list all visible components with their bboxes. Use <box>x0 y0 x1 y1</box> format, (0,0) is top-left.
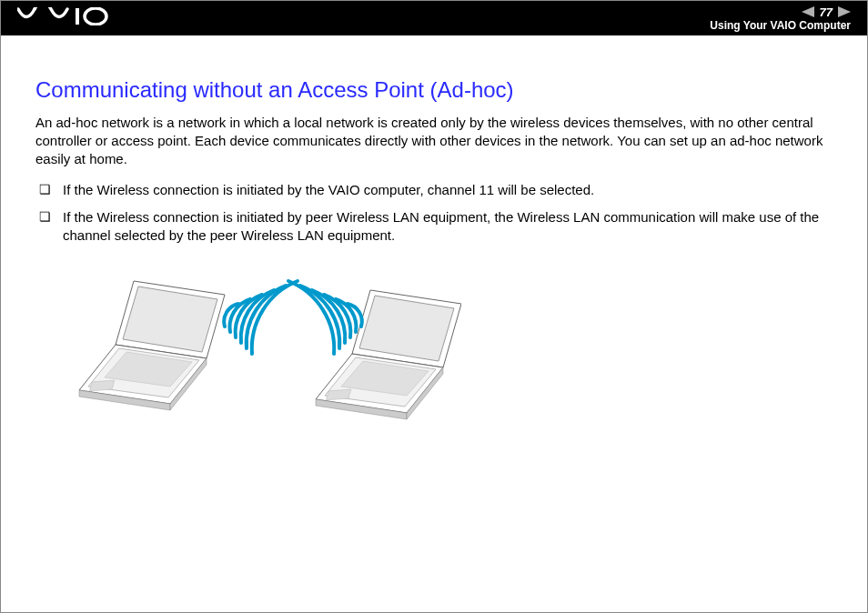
prev-page-arrow-icon[interactable] <box>802 6 814 17</box>
wifi-waves-left-icon <box>224 281 298 354</box>
page-navigator: 77 <box>802 5 851 19</box>
document-page: 77 Using Your VAIO Computer Communicatin… <box>0 0 868 613</box>
next-page-arrow-icon[interactable] <box>838 6 851 17</box>
page-number: 77 <box>820 5 833 19</box>
page-title: Communicating without an Access Point (A… <box>35 77 833 103</box>
adhoc-illustration <box>35 254 833 430</box>
svg-point-1 <box>85 8 106 25</box>
list-item: If the Wireless connection is initiated … <box>35 208 833 245</box>
header-bar: 77 Using Your VAIO Computer <box>1 1 867 35</box>
section-title: Using Your VAIO Computer <box>710 19 851 32</box>
page-content: Communicating without an Access Point (A… <box>1 35 867 430</box>
list-item: If the Wireless connection is initiated … <box>35 181 833 199</box>
svg-rect-17 <box>326 389 350 400</box>
bullet-list: If the Wireless connection is initiated … <box>35 181 833 245</box>
svg-rect-9 <box>89 380 114 391</box>
laptop-left-icon <box>79 281 225 410</box>
svg-marker-3 <box>838 6 851 17</box>
svg-marker-2 <box>802 6 814 17</box>
wifi-waves-right-icon <box>288 281 362 354</box>
intro-paragraph: An ad-hoc network is a network in which … <box>35 114 833 168</box>
header-right: 77 Using Your VAIO Computer <box>710 5 851 32</box>
vaio-logo <box>17 7 117 29</box>
svg-rect-0 <box>76 8 79 25</box>
